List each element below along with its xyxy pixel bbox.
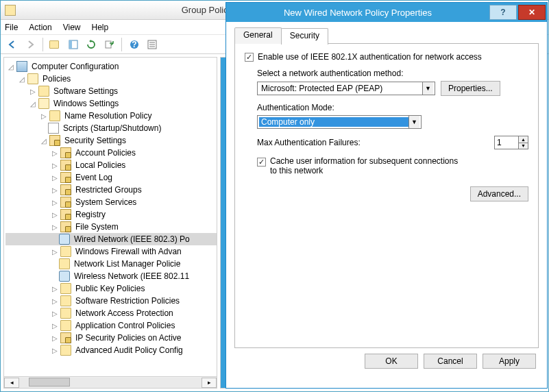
cache-info-label-line2: to this network bbox=[270, 166, 458, 175]
expand-icon[interactable]: ▷ bbox=[51, 334, 59, 342]
node-public-key[interactable]: ▷Public Key Policies bbox=[5, 282, 217, 295]
node-windows-firewall[interactable]: ▷Windows Firewall with Advan bbox=[5, 245, 217, 258]
node-local-policies[interactable]: ▷Local Policies bbox=[5, 159, 217, 171]
node-network-list[interactable]: Network List Manager Policie bbox=[5, 258, 217, 270]
node-ip-security[interactable]: ▷IP Security Policies on Active bbox=[5, 332, 217, 344]
cancel-button[interactable]: Cancel bbox=[424, 354, 477, 369]
folder-icon bbox=[60, 308, 71, 319]
properties-button[interactable]: Properties... bbox=[441, 81, 500, 96]
node-file-system[interactable]: ▷File System bbox=[5, 221, 217, 233]
chevron-down-icon: ▼ bbox=[408, 116, 419, 128]
spin-down-button[interactable]: ▼ bbox=[518, 143, 528, 149]
node-name-resolution[interactable]: ▷Name Resolution Policy bbox=[5, 110, 217, 122]
dialog-close-button[interactable]: ✕ bbox=[518, 5, 546, 20]
node-account-policies[interactable]: ▷Account Policies bbox=[5, 147, 217, 159]
scroll-left-button[interactable]: ◂ bbox=[4, 378, 19, 388]
auth-mode-dropdown[interactable]: Computer only ▼ bbox=[257, 115, 422, 129]
expand-icon[interactable]: ▷ bbox=[51, 210, 59, 219]
cache-info-label-line1: Cache user information for subsequent co… bbox=[270, 156, 458, 166]
filter-button[interactable] bbox=[145, 37, 160, 52]
node-wired-network[interactable]: Wired Network (IEEE 802.3) Po bbox=[5, 233, 217, 245]
app-icon bbox=[5, 5, 16, 16]
back-button[interactable] bbox=[5, 37, 20, 52]
expand-icon[interactable]: ◿ bbox=[7, 62, 15, 71]
expand-icon[interactable]: ▷ bbox=[29, 87, 37, 95]
expand-icon[interactable]: ▷ bbox=[51, 186, 59, 194]
expand-icon[interactable]: ◿ bbox=[40, 136, 48, 145]
node-advanced-audit[interactable]: ▷Advanced Audit Policy Config bbox=[5, 344, 217, 356]
policy-icon bbox=[60, 147, 71, 158]
folder-icon bbox=[60, 320, 71, 331]
forward-button[interactable] bbox=[23, 37, 38, 52]
tab-security-content: Enable use of IEEE 802.1X authentication… bbox=[234, 44, 539, 348]
spin-up-button[interactable]: ▲ bbox=[518, 136, 528, 143]
tabs: General Security bbox=[234, 27, 539, 44]
dialog-title: New Wired Network Policy Properties bbox=[226, 8, 489, 18]
network-icon bbox=[59, 271, 70, 282]
export-button[interactable] bbox=[101, 37, 117, 52]
expand-icon[interactable]: ▷ bbox=[51, 223, 59, 231]
menu-help[interactable]: Help bbox=[92, 23, 109, 32]
node-computer-configuration[interactable]: ◿Computer Configuration bbox=[5, 60, 217, 73]
expand-icon[interactable]: ▷ bbox=[51, 346, 59, 354]
expand-icon[interactable]: ▷ bbox=[51, 284, 59, 293]
node-registry[interactable]: ▷Registry bbox=[5, 208, 217, 221]
ok-button[interactable]: OK bbox=[365, 354, 418, 369]
horizontal-scrollbar[interactable]: ◂ ▸ bbox=[4, 376, 217, 388]
node-network-access[interactable]: ▷Network Access Protection bbox=[5, 307, 217, 319]
expand-icon[interactable]: ▷ bbox=[51, 161, 59, 169]
node-event-log[interactable]: ▷Event Log bbox=[5, 171, 217, 184]
tab-general[interactable]: General bbox=[234, 27, 282, 44]
max-fail-input[interactable] bbox=[495, 136, 518, 149]
expand-icon[interactable]: ▷ bbox=[51, 173, 59, 182]
svg-text:?: ? bbox=[132, 40, 136, 49]
expand-icon[interactable]: ▷ bbox=[51, 149, 59, 157]
expand-icon[interactable]: ▷ bbox=[51, 297, 59, 305]
up-button[interactable] bbox=[48, 37, 63, 52]
expand-icon[interactable]: ▷ bbox=[51, 198, 59, 206]
node-software-settings[interactable]: ▷Software Settings bbox=[5, 85, 217, 97]
scroll-right-button[interactable]: ▸ bbox=[202, 378, 217, 388]
max-fail-spinner[interactable]: ▲▼ bbox=[494, 136, 528, 149]
node-scripts[interactable]: Scripts (Startup/Shutdown) bbox=[5, 122, 217, 134]
menu-file[interactable]: File bbox=[5, 23, 18, 32]
node-software-restriction[interactable]: ▷Software Restriction Policies bbox=[5, 295, 217, 307]
expand-icon[interactable]: ▷ bbox=[40, 112, 48, 120]
apply-button[interactable]: Apply bbox=[483, 354, 536, 369]
expand-icon[interactable]: ▷ bbox=[51, 321, 59, 330]
menu-action[interactable]: Action bbox=[29, 23, 51, 32]
cache-info-checkbox[interactable] bbox=[257, 158, 266, 167]
properties-dialog: New Wired Network Policy Properties ? ✕ … bbox=[225, 2, 548, 389]
tab-security[interactable]: Security bbox=[281, 28, 328, 45]
scroll-thumb[interactable] bbox=[29, 378, 70, 387]
show-hide-tree-button[interactable] bbox=[66, 37, 81, 52]
folder-icon bbox=[49, 110, 60, 121]
svg-rect-1 bbox=[69, 40, 72, 49]
folder-icon bbox=[60, 283, 71, 294]
node-policies[interactable]: ◿Policies bbox=[5, 73, 217, 85]
max-fail-label: Max Authentication Failures: bbox=[257, 138, 494, 147]
policy-icon bbox=[60, 221, 71, 232]
node-app-control[interactable]: ▷Application Control Policies bbox=[5, 319, 217, 332]
node-system-services[interactable]: ▷System Services bbox=[5, 196, 217, 208]
menu-view[interactable]: View bbox=[63, 23, 81, 32]
advanced-button[interactable]: Advanced... bbox=[470, 186, 528, 201]
expand-icon[interactable]: ▷ bbox=[51, 309, 59, 317]
expand-icon[interactable]: ▷ bbox=[51, 247, 59, 256]
tree[interactable]: ◿Computer Configuration ◿Policies ▷Softw… bbox=[4, 58, 217, 356]
policy-icon bbox=[60, 184, 71, 195]
node-security-settings[interactable]: ◿Security Settings bbox=[5, 134, 217, 147]
node-wireless-network[interactable]: Wireless Network (IEEE 802.11 bbox=[5, 270, 217, 282]
refresh-button[interactable] bbox=[84, 37, 99, 52]
node-restricted-groups[interactable]: ▷Restricted Groups bbox=[5, 184, 217, 196]
help-button[interactable]: ? bbox=[127, 37, 142, 52]
node-windows-settings[interactable]: ◿Windows Settings bbox=[5, 97, 217, 110]
expand-icon[interactable]: ◿ bbox=[18, 75, 26, 83]
computer-icon bbox=[16, 61, 27, 72]
auth-method-label: Select a network authentication method: bbox=[257, 69, 528, 78]
dialog-help-button[interactable]: ? bbox=[489, 5, 517, 20]
auth-method-dropdown[interactable]: Microsoft: Protected EAP (PEAP) ▼ bbox=[257, 82, 435, 95]
policy-icon bbox=[60, 332, 71, 343]
enable-8021x-checkbox[interactable] bbox=[245, 53, 254, 62]
expand-icon[interactable]: ◿ bbox=[29, 99, 37, 108]
